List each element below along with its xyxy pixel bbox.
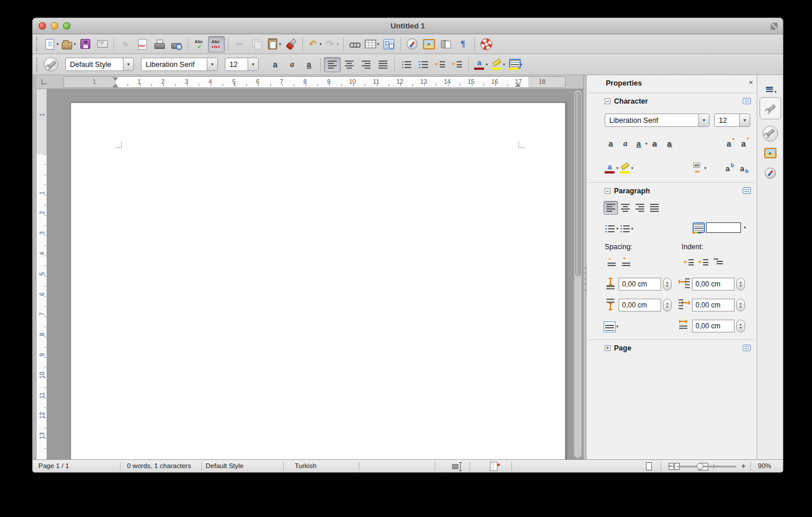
toolbar-button[interactable] — [248, 36, 265, 52]
first-line-indent-input[interactable] — [692, 320, 735, 332]
below-spacing-input[interactable] — [619, 299, 661, 311]
toolbar-button[interactable] — [283, 36, 299, 52]
sidebar-button[interactable] — [633, 201, 647, 215]
document-modified-icon[interactable] — [489, 460, 500, 472]
scrollbar-thumb[interactable] — [575, 92, 581, 276]
toolbar-button[interactable]: ▾ — [323, 36, 340, 52]
dialog-launcher-icon[interactable] — [743, 345, 751, 351]
toolbar-button[interactable] — [267, 57, 284, 72]
paragraph-section-header[interactable]: − Paragraph — [605, 186, 753, 197]
toolbar-button[interactable] — [134, 36, 151, 52]
titlebar[interactable]: Untitled 1 — [33, 18, 783, 34]
word-count[interactable]: 0 words, 1 characters — [127, 460, 191, 473]
toolbar-button[interactable] — [449, 57, 465, 72]
dropdown-arrow-icon[interactable]: ▾ — [74, 42, 76, 47]
tab-gallery[interactable] — [760, 144, 781, 162]
dropdown-arrow-icon[interactable]: ▾ — [486, 62, 488, 67]
page-count[interactable]: Page 1 / 1 — [38, 460, 69, 473]
sidebar-button[interactable] — [647, 201, 662, 215]
sidebar-button[interactable]: ▾ — [633, 137, 648, 151]
sidebar-button[interactable] — [619, 256, 634, 270]
toolbar-button[interactable] — [421, 36, 437, 52]
toolbar-button[interactable] — [191, 36, 208, 52]
toolbar-button[interactable] — [117, 36, 134, 52]
toolbar-button[interactable] — [231, 36, 248, 52]
toolbar-button[interactable] — [302, 37, 303, 51]
spinner-icon[interactable] — [736, 278, 745, 291]
expand-icon[interactable]: + — [605, 345, 610, 351]
sidebar-button[interactable]: ▾ — [603, 161, 619, 175]
toolbar-button[interactable] — [415, 57, 432, 72]
after-indent-input[interactable] — [692, 299, 735, 311]
sidebar-button[interactable]: ▾ — [603, 222, 619, 236]
above-spacing-input[interactable] — [619, 278, 661, 291]
toolbar-button[interactable] — [400, 37, 401, 51]
tab-properties[interactable] — [760, 97, 781, 119]
spinner-icon[interactable] — [663, 278, 672, 291]
toolbar-button[interactable]: ▾ — [265, 36, 283, 52]
sidebar-font-size-select[interactable]: 12 ▾ — [714, 114, 750, 127]
toolbar-button[interactable] — [375, 57, 391, 72]
paragraph-style-select[interactable]: Default Style ▾ — [65, 58, 134, 71]
toolbar-button[interactable] — [432, 57, 449, 72]
toolbar-button[interactable] — [324, 57, 341, 72]
fullscreen-icon[interactable] — [770, 22, 778, 30]
before-indent-input[interactable] — [692, 278, 735, 291]
dropdown-arrow-icon[interactable]: ▾ — [57, 42, 59, 47]
spinner-icon[interactable] — [663, 299, 672, 311]
chevron-down-icon[interactable]: ▾ — [248, 58, 258, 70]
toolbar-button[interactable] — [151, 36, 168, 52]
selection-mode-icon[interactable] — [451, 460, 464, 472]
font-name-select[interactable]: Liberation Serif ▾ — [141, 58, 218, 71]
toolbar-button[interactable] — [394, 58, 395, 72]
sidebar-button[interactable] — [711, 256, 725, 270]
toolbar-button[interactable] — [301, 57, 317, 72]
toolbar-button[interactable] — [437, 36, 454, 52]
horizontal-ruler-scale[interactable]: 1 123456789101112131415161718 — [63, 76, 566, 88]
zoom-level[interactable]: 90% — [758, 460, 771, 473]
document-page[interactable] — [70, 102, 566, 459]
close-icon[interactable]: × — [746, 78, 755, 87]
zoom-out-button[interactable]: − — [669, 460, 673, 472]
toolbar-button[interactable] — [343, 37, 344, 51]
tools-button[interactable] — [44, 57, 58, 72]
toolbar-button[interactable] — [168, 36, 185, 52]
toolbar-button[interactable]: ▾ — [472, 57, 489, 72]
tab-navigator[interactable] — [760, 164, 781, 182]
sidebar-font-name-select[interactable]: Liberation Serif ▾ — [605, 114, 709, 127]
page-section-header[interactable]: + Page — [605, 343, 753, 355]
chevron-down-icon[interactable]: ▾ — [698, 114, 709, 126]
toolbar-button[interactable] — [284, 57, 301, 72]
toolbar-button[interactable] — [188, 37, 188, 51]
spinner-icon[interactable] — [736, 299, 745, 311]
page-style[interactable]: Default Style — [206, 460, 264, 473]
dropdown-arrow-icon[interactable]: ▾ — [503, 62, 506, 67]
toolbar-button[interactable] — [474, 37, 475, 51]
sidebar-menu-button[interactable] — [760, 80, 781, 98]
sidebar-button[interactable]: ▾ — [619, 222, 634, 236]
dropdown-arrow-icon[interactable]: ▾ — [320, 42, 322, 47]
sidebar-button[interactable] — [618, 201, 633, 215]
vertical-ruler[interactable]: 1 12345678910111213 — [37, 89, 47, 459]
toolbar-button[interactable]: ▾ — [60, 36, 77, 52]
toolbar-button[interactable] — [114, 37, 114, 51]
toolbar-button[interactable] — [228, 37, 228, 51]
left-indent-marker[interactable] — [112, 77, 119, 87]
zoom-in-button[interactable]: + — [741, 460, 746, 472]
dropdown-arrow-icon[interactable]: ▾ — [631, 226, 634, 231]
dropdown-arrow-icon[interactable]: ▾ — [631, 166, 634, 171]
dropdown-arrow-icon[interactable]: ▾ — [377, 42, 380, 47]
toolbar-button[interactable]: ▾ — [506, 57, 524, 72]
toolbar-button[interactable] — [478, 36, 495, 52]
sidebar-button[interactable] — [696, 256, 711, 270]
collapse-icon[interactable]: − — [605, 98, 610, 104]
toolbar-button[interactable] — [454, 36, 471, 52]
sidebar-button[interactable] — [605, 256, 619, 270]
dropdown-arrow-icon[interactable]: ▾ — [704, 166, 707, 171]
sidebar-button[interactable] — [722, 137, 736, 151]
paragraph-background-select[interactable]: ▾ — [691, 222, 746, 233]
zoom-slider[interactable]: − + — [669, 460, 746, 473]
toolbar-button[interactable] — [341, 57, 358, 72]
spinner-icon[interactable] — [736, 320, 745, 332]
sidebar-button[interactable] — [648, 137, 662, 151]
